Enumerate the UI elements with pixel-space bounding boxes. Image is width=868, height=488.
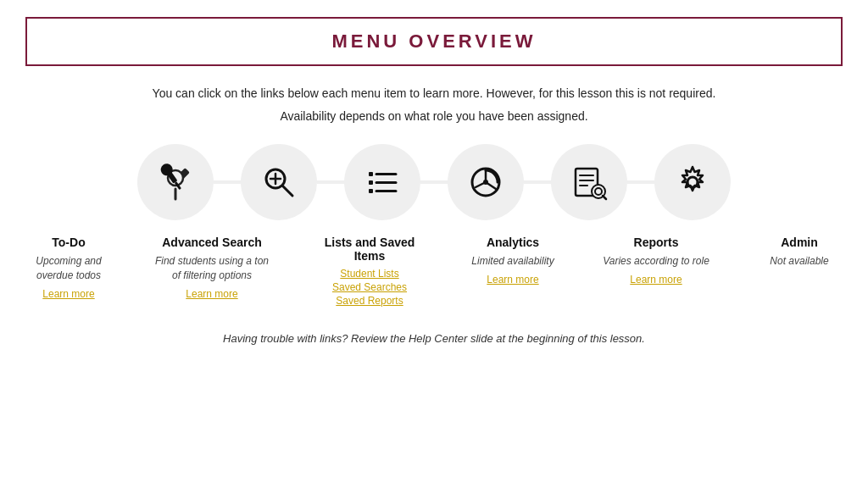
admin-icon-circle (654, 144, 731, 220)
description-1: You can click on the links below each me… (25, 85, 843, 103)
svg-line-7 (282, 186, 292, 196)
todo-icon-circle (137, 144, 214, 220)
svg-rect-12 (369, 180, 373, 185)
content-row: To-Do Upcoming and overdue todos Learn m… (25, 236, 843, 308)
menu-item-analytics: Analytics Limited availability Learn mor… (462, 236, 564, 287)
svg-point-20 (483, 180, 488, 185)
reports-subtitle: Varies according to role (594, 254, 718, 269)
saved-reports-link[interactable]: Saved Reports (308, 295, 431, 307)
todo-label: To-Do (21, 236, 116, 249)
todo-icon (157, 164, 194, 201)
analytics-subtitle: Limited availability (465, 254, 560, 269)
menu-item-reports: Reports Varies according to role Learn m… (591, 236, 721, 287)
svg-rect-14 (369, 189, 373, 193)
lists-icon (364, 164, 401, 201)
title-box: MENU OVERVIEW (25, 17, 843, 66)
reports-learn-more[interactable]: Learn more (594, 274, 718, 286)
saved-searches-link[interactable]: Saved Searches (308, 281, 431, 293)
advanced-search-icon (259, 162, 299, 202)
page-title: MENU OVERVIEW (44, 30, 824, 53)
admin-label: Admin (752, 236, 847, 249)
menu-item-todo: To-Do Upcoming and overdue todos Learn m… (18, 236, 120, 302)
connector-2 (317, 180, 344, 184)
lists-icon-circle (344, 144, 420, 220)
icons-row (25, 144, 843, 220)
analytics-icon-circle (448, 144, 524, 220)
todo-subtitle: Upcoming and overdue todos (21, 254, 116, 283)
analytics-learn-more[interactable]: Learn more (465, 274, 560, 286)
connector-1 (214, 180, 241, 184)
svg-rect-10 (369, 172, 373, 176)
connector-5 (627, 180, 654, 184)
advanced-search-label: Advanced Search (150, 236, 274, 249)
footer-note: Having trouble with links? Review the He… (25, 332, 843, 345)
svg-line-27 (603, 196, 606, 199)
menu-item-lists: Lists and Saved Items Student Lists Save… (304, 236, 435, 308)
todo-learn-more[interactable]: Learn more (21, 288, 116, 300)
menu-item-advanced-search: Advanced Search Find students using a to… (147, 236, 277, 302)
page-container: MENU OVERVIEW You can click on the links… (0, 0, 868, 362)
menu-item-admin: Admin Not available (748, 236, 850, 274)
connector-3 (420, 180, 448, 184)
admin-subtitle: Not available (752, 254, 847, 269)
reports-icon (570, 164, 608, 201)
lists-label: Lists and Saved Items (308, 236, 431, 263)
advanced-search-subtitle: Find students using a ton of filtering o… (150, 254, 274, 283)
student-lists-link[interactable]: Student Lists (308, 268, 431, 280)
advanced-search-learn-more[interactable]: Learn more (150, 288, 274, 300)
description-2: Availability depends on what role you ha… (25, 108, 843, 125)
advanced-search-icon-circle (241, 144, 317, 220)
reports-label: Reports (594, 236, 718, 249)
reports-icon-circle (551, 144, 627, 220)
analytics-label: Analytics (465, 236, 560, 249)
connector-4 (524, 180, 551, 184)
analytics-icon (467, 164, 504, 201)
admin-icon (674, 164, 711, 201)
